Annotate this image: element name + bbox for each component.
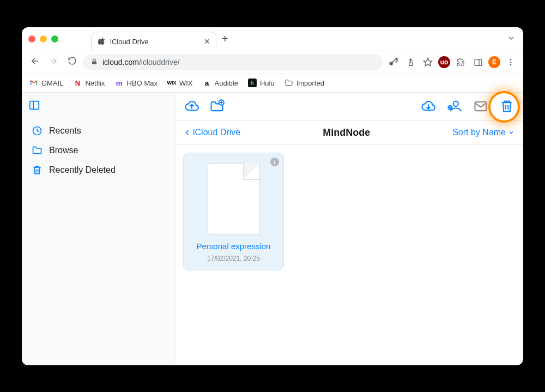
- sidebar-toggle-button[interactable]: [28, 99, 171, 113]
- upload-button[interactable]: [183, 98, 201, 115]
- tab-close-button[interactable]: ✕: [204, 37, 210, 46]
- icloud-drive-app: Recents Browse Recently Deleted: [22, 93, 523, 365]
- window-minimize-button[interactable]: [40, 35, 47, 43]
- wix-icon: WIX: [167, 79, 176, 87]
- file-toolbar: [175, 93, 523, 121]
- folder-icon: [32, 145, 43, 156]
- sort-button[interactable]: Sort by Name: [452, 128, 514, 137]
- bookmark-wix[interactable]: WIXWIX: [167, 79, 193, 87]
- svg-point-9: [510, 64, 512, 65]
- svg-point-8: [510, 62, 512, 63]
- content-area: iCloud Drive MindNode Sort by Name i Per…: [175, 93, 523, 365]
- netflix-icon: N: [73, 79, 82, 87]
- titlebar: iCloud Drive ✕ +: [22, 27, 523, 51]
- bookmarks-bar: GMAIL NNetflix mHBO Max WIXWIX aAudible …: [22, 74, 523, 93]
- bookmark-audible[interactable]: aAudible: [203, 79, 238, 87]
- window-close-button[interactable]: [28, 35, 35, 43]
- sidebar-item-recently-deleted[interactable]: Recently Deleted: [26, 160, 171, 180]
- svg-rect-10: [30, 101, 39, 109]
- hulu-icon: h: [248, 79, 257, 87]
- url-host: icloud.com/iclouddrive/: [102, 58, 180, 67]
- clock-icon: [32, 125, 43, 136]
- bookmark-hulu[interactable]: hHulu: [248, 79, 275, 87]
- sidebar-item-recents[interactable]: Recents: [26, 121, 171, 141]
- svg-rect-5: [475, 59, 482, 65]
- document-icon: [208, 163, 260, 235]
- info-icon[interactable]: i: [270, 158, 279, 166]
- hbo-icon: m: [115, 79, 124, 87]
- new-folder-icon: [209, 99, 225, 114]
- browser-window: iCloud Drive ✕ + icloud.com/iclouddrive/: [22, 27, 523, 365]
- share-icon[interactable]: [403, 55, 417, 69]
- lock-icon: [90, 58, 98, 67]
- trash-icon: [32, 165, 43, 176]
- new-folder-button[interactable]: [208, 98, 226, 115]
- bookmark-hbo[interactable]: mHBO Max: [115, 79, 158, 87]
- extensions-icon[interactable]: [453, 55, 468, 69]
- ublock-extension-icon[interactable]: uo: [438, 56, 450, 68]
- sidebar-item-label: Browse: [49, 146, 78, 155]
- breadcrumb-back-button[interactable]: iCloud Drive: [184, 128, 240, 137]
- file-name: Personal expression: [189, 242, 278, 252]
- mail-icon: [473, 99, 488, 114]
- trash-icon: [499, 99, 514, 114]
- back-button[interactable]: [27, 56, 43, 69]
- window-maximize-button[interactable]: [51, 35, 58, 43]
- chevron-down-icon: [508, 129, 514, 136]
- svg-point-18: [453, 101, 458, 106]
- key-icon[interactable]: [386, 55, 400, 69]
- sidebar-item-label: Recents: [49, 126, 81, 136]
- audible-icon: a: [203, 79, 211, 87]
- profile-avatar[interactable]: E: [488, 56, 500, 68]
- sidebar-item-browse[interactable]: Browse: [26, 141, 171, 160]
- file-item[interactable]: i Personal expression 17/02/2021, 20:25: [183, 153, 284, 271]
- folder-icon: [284, 79, 293, 87]
- cloud-download-icon: [421, 99, 436, 114]
- reload-button[interactable]: [64, 56, 80, 68]
- file-grid: i Personal expression 17/02/2021, 20:25: [175, 145, 523, 279]
- delete-button[interactable]: [498, 98, 516, 115]
- tab-title: iCloud Drive: [110, 38, 199, 46]
- address-bar[interactable]: icloud.com/iclouddrive/: [83, 54, 383, 70]
- cloud-upload-icon: [184, 99, 199, 114]
- new-tab-button[interactable]: +: [222, 33, 228, 45]
- folder-title: MindNode: [240, 127, 452, 138]
- sidebar-item-label: Recently Deleted: [49, 165, 116, 175]
- breadcrumb-bar: iCloud Drive MindNode Sort by Name: [175, 121, 523, 145]
- gmail-icon: [29, 79, 38, 87]
- kebab-menu-icon[interactable]: [504, 55, 518, 69]
- file-date: 17/02/2021, 20:25: [189, 255, 278, 262]
- toolbar: icloud.com/iclouddrive/ uo E: [22, 51, 523, 74]
- bookmark-imported-folder[interactable]: Imported: [284, 79, 324, 87]
- traffic-lights: [28, 35, 58, 43]
- svg-point-7: [510, 59, 512, 61]
- bookmark-netflix[interactable]: NNetflix: [73, 79, 105, 87]
- apple-logo-icon: [98, 37, 106, 46]
- svg-marker-4: [424, 58, 432, 66]
- svg-rect-2: [92, 61, 96, 64]
- download-button[interactable]: [420, 98, 437, 115]
- tab-list-chevron-icon[interactable]: [507, 34, 516, 44]
- forward-button[interactable]: [46, 56, 61, 69]
- bookmark-gmail[interactable]: GMAIL: [29, 79, 63, 87]
- sidebar: Recents Browse Recently Deleted: [22, 93, 175, 365]
- chevron-left-icon: [184, 129, 191, 136]
- browser-tab[interactable]: iCloud Drive ✕: [91, 32, 216, 51]
- email-button[interactable]: [472, 98, 489, 115]
- add-people-icon: [447, 99, 462, 114]
- share-people-button[interactable]: [446, 98, 463, 115]
- bookmark-star-icon[interactable]: [421, 55, 435, 69]
- sidepanel-icon[interactable]: [471, 55, 485, 69]
